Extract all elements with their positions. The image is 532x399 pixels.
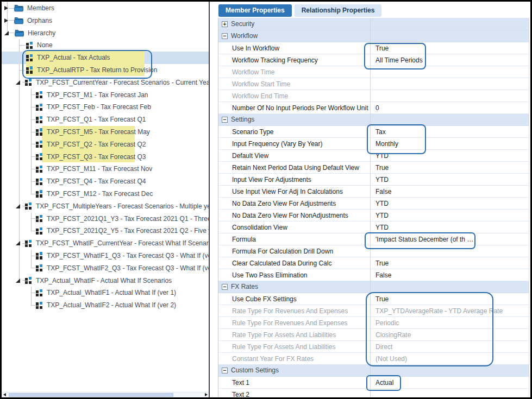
property-label: Formula [232,236,256,243]
collapse-box-icon[interactable]: − [222,368,228,373]
property-value[interactable]: YTD [375,224,389,231]
folder-icon [14,17,23,24]
tab-member-properties[interactable]: Member Properties [218,4,292,17]
expand-box-icon[interactable]: + [222,21,228,27]
tree-item-members[interactable]: Members [2,2,209,15]
member-icon [36,128,43,135]
tree-item-txp-fcst-2021q1-y3-tax-forecast-2021-q1-[interactable]: TXP_FCST_2021Q1_Y3 - Tax Forecast 2021 Q… [2,212,209,225]
group-header-security: +Security [218,18,529,30]
property-row-use-input-view-for-adj-in-calculations: Use Input View For Adj In CalculationsFa… [218,186,529,198]
collapse-box-icon[interactable]: − [222,284,228,290]
tree-item-label: TXP_FCST_Q3 - Tax Forecast Q3 [47,153,146,161]
property-value[interactable]: YTD [375,212,389,219]
property-label: Input View For Adjustments [232,176,311,183]
expand-arrow-icon[interactable] [4,6,8,10]
tree-item-txp-fcst-whatif2-q3-tax-forecast-q3-what[interactable]: TXP_FCST_WhatIF2_Q3 - Tax Forecast Q3 - … [2,262,209,274]
member-icon [36,227,43,235]
collapse-arrow-icon[interactable] [16,278,20,283]
property-label: Formula For Calculation Drill Down [232,248,333,255]
tree-item-txp-fcst-whatif-currentyear-forecast-wha[interactable]: TXP_FCST_WhatIF_CurrentYear - Forecast W… [2,237,209,250]
scrollbar-thumb[interactable] [9,393,173,397]
collapse-arrow-icon[interactable] [4,31,9,35]
tree-item-txp-fcst-m1-tax-forecast-jan[interactable]: TXP_FCST_M1 - Tax Forecast Jan [2,88,209,101]
tree-item-txp-fcst-q3-tax-forecast-q3[interactable]: TXP_FCST_Q3 - Tax Forecast Q3 [2,150,209,163]
tree-item-label: TXP_FCST_WhatIF_CurrentYear - Forecast W… [36,239,210,247]
tree-item-txp-actual-whatif2-actual-what-if-ver-2[interactable]: TXP_Actual_WhatIF2 - Actual What If (ver… [2,299,209,312]
tree-item-label: TXP_FCST_M11 - Tax Forecast Nov [47,165,152,173]
property-row-use-two-pass-elimination: Use Two Pass EliminationFalse [218,269,529,281]
property-label: Workflow Time [232,68,274,76]
property-label: Text 1 [232,379,249,387]
callout-settings-values [367,124,426,154]
property-value[interactable]: False [375,271,391,279]
property-label: Use In Workflow [232,45,279,52]
property-value[interactable]: False [375,188,391,195]
property-label: Use Two Pass Elimination [232,271,308,279]
scroll-right-icon[interactable] [205,393,208,396]
property-label: Input Frequency (Vary By Year) [232,140,323,148]
member-icon [36,116,43,123]
tree-item-txp-actual-whatif-actual-what-if-scenari[interactable]: TXP_Actual_WhatIF - Actual What If Scena… [2,274,209,287]
property-value[interactable]: 0 [375,104,379,112]
property-label: No Data Zero View For NonAdjustments [232,212,348,219]
property-row-no-data-zero-view-for-nonadjustments: No Data Zero View For NonAdjustmentsYTD [218,210,529,221]
collapse-box-icon[interactable]: − [222,33,228,39]
member-tree: MembersOrphansHierarchyNoneTXP_Actual - … [2,2,209,312]
tree-item-hierarchy[interactable]: Hierarchy [2,27,209,39]
property-row-number-of-no-input-periods-per-workflow-: Number Of No Input Periods Per Workflow … [218,102,529,114]
collapse-arrow-icon[interactable] [16,80,20,85]
tree-item-label: TXP_FCST_Q2 - Tax Forecast Q2 [47,141,146,148]
horizontal-scrollbar[interactable] [2,392,209,397]
tree-item-txp-fcst-q4-tax-forecast-q4[interactable]: TXP_FCST_Q4 - Tax Forecast Q4 [2,175,209,188]
property-row-input-view-for-adjustments: Input View For AdjustmentsYTD [218,174,529,186]
scroll-left-icon[interactable] [3,393,6,396]
property-label: Default View [232,152,268,160]
property-row-consolidation-view: Consolidation ViewYTD [218,221,529,233]
tree-item-label: TXP_FCST_MultipleYears - Forecast Scenar… [36,202,210,210]
tree-item-txp-fcst-multipleyears-forecast-scenario[interactable]: TXP_FCST_MultipleYears - Forecast Scenar… [2,200,209,212]
collapse-arrow-icon[interactable] [16,204,20,208]
tree-item-txp-fcst-m5-tax-forecast-may[interactable]: TXP_FCST_M5 - Tax Forecast May [2,126,209,138]
folder-icon [14,4,23,12]
tree-item-label: Orphans [27,17,52,24]
tree-item-txp-fcst-q1-tax-forecast-q1[interactable]: TXP_FCST_Q1 - Tax Forecast Q1 [2,113,209,126]
tree-item-label: Members [27,4,54,12]
tree-item-label: TXP_FCST_WhatIF1_Q3 - Tax Forecast Q3 - … [47,252,210,259]
tree-item-txp-fcst-whatif1-q3-tax-forecast-q3-what[interactable]: TXP_FCST_WhatIF1_Q3 - Tax Forecast Q3 - … [2,250,209,262]
member-icon [36,215,43,222]
collapse-arrow-icon[interactable] [16,241,20,245]
property-value[interactable]: True [375,164,389,172]
tree-item-txp-fcst-m11-tax-forecast-nov[interactable]: TXP_FCST_M11 - Tax Forecast Nov [2,163,209,175]
group-header-fx-rates: −FX Rates [218,281,529,293]
property-label: Rate Type For Assets And Liabilities [232,331,336,339]
tree-item-txp-fcst-2021q2-y5-tax-forecast-2021-q2-[interactable]: TXP_FCST_2021Q2_Y5 - Tax Forecast 2021 Q… [2,225,209,237]
member-icon [36,91,43,98]
tree-item-label: None [37,41,53,49]
property-label: Workflow Tracking Frequency [232,56,318,64]
property-value[interactable]: True [375,259,389,267]
property-row-retain-next-period-data-using-default-vi: Retain Next Period Data Using Default Vi… [218,162,529,174]
property-value[interactable]: YTD [375,200,389,207]
member-icon [36,252,43,259]
property-label: Rule Type For Assets And Liabilities [232,343,336,351]
member-icon [25,79,32,86]
tree-item-orphans[interactable]: Orphans [2,14,209,27]
collapse-box-icon[interactable]: − [222,117,228,123]
content-area: MembersOrphansHierarchyNoneTXP_Actual - … [2,2,530,397]
member-icon [36,302,43,309]
tree-item-txp-actual-whatif1-actual-what-if-ver-1[interactable]: TXP_Actual_WhatIF1 - Actual What If (ver… [2,287,209,299]
app-window: MembersOrphansHierarchyNoneTXP_Actual - … [0,0,532,399]
tree-item-txp-fcst-feb-tax-forecast-feb[interactable]: TXP_FCST_Feb - Tax Forecast Feb [2,101,209,113]
member-icon [36,153,43,160]
tree-item-txp-fcst-q2-tax-forecast-q2[interactable]: TXP_FCST_Q2 - Tax Forecast Q2 [2,138,209,150]
expand-arrow-icon[interactable] [4,18,8,23]
property-label: Constant Year For FX Rates [232,355,314,363]
tree-item-label: TXP_Actual_WhatIF2 - Actual What If (ver… [47,301,176,309]
property-label: Workflow End Time [232,92,288,100]
tab-relationship-properties[interactable]: Relationship Properties [295,4,382,17]
property-value[interactable]: YTD [375,176,389,183]
tree-item-label: TXP_Actual_WhatIF1 - Actual What If (ver… [47,289,176,296]
tree-item-label: TXP_Actual_WhatIF - Actual What If Scena… [36,277,172,284]
tree-item-label: TXP_FCST_M12 - Tax Forecast Dec [47,190,153,198]
tree-item-txp-fcst-m12-tax-forecast-dec[interactable]: TXP_FCST_M12 - Tax Forecast Dec [2,188,209,200]
